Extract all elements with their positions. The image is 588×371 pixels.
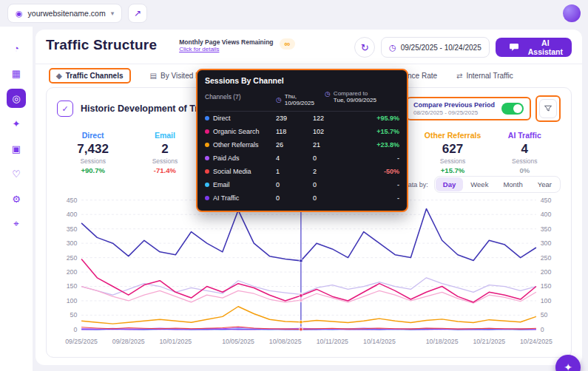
tooltip-channels-label: Channels (7) <box>205 90 276 101</box>
channel-label: AI Traffic <box>205 194 276 202</box>
svg-text:10/08/2025: 10/08/2025 <box>269 338 302 345</box>
sidebar-item-dashboard[interactable]: ◔ <box>7 38 26 58</box>
chevron-down-icon: ▾ <box>111 10 115 17</box>
stat-direct[interactable]: Direct7,432Sessions+90.7% <box>57 131 129 174</box>
refresh-button[interactable]: ↻ <box>354 37 375 58</box>
tooltip-current-date: ◷ Thu, 10/09/2025 <box>276 90 325 106</box>
page-header: Traffic Structure Monthly Page Views Rem… <box>46 35 572 58</box>
stat-delta: +15.7% <box>416 166 488 174</box>
period-day[interactable]: Day <box>436 177 463 191</box>
channel-label: Social Media <box>205 168 276 175</box>
stat-unit: Sessions <box>57 157 129 165</box>
views-details-link[interactable]: Click for details <box>179 46 273 52</box>
svg-text:200: 200 <box>541 268 552 276</box>
value-current: 118 <box>276 128 313 135</box>
stat-label: AI Traffic <box>489 131 561 140</box>
avatar[interactable] <box>563 4 581 22</box>
website-selector[interactable]: ◉ yourwebsitename.com ▾ <box>7 4 122 23</box>
ai-assistant-label: AI Assistant <box>528 38 563 56</box>
open-site-button[interactable]: ↗ <box>128 4 147 23</box>
value-delta: - <box>357 181 399 188</box>
tab-traffic-channels[interactable]: ◈Traffic Channels <box>49 68 131 84</box>
clock-icon: ◷ <box>389 43 396 52</box>
period-week[interactable]: Week <box>463 177 496 191</box>
tooltip-title: Sessions By Channel <box>205 76 399 85</box>
chart-canvas[interactable]: 0050501001001501502002002502503003003503… <box>57 194 561 350</box>
period-year[interactable]: Year <box>530 177 559 191</box>
channel-label: Other Referrals <box>205 141 276 149</box>
compare-previous-label: Compare Previous Period <box>413 101 495 109</box>
refresh-icon: ↻ <box>361 42 369 53</box>
channel-dot-icon <box>205 183 209 187</box>
tooltip-row-paid-ads: Paid Ads40- <box>205 152 399 165</box>
stat-delta: 0% <box>489 166 561 174</box>
svg-text:0: 0 <box>541 326 544 333</box>
value-previous: 0 <box>313 194 357 202</box>
stat-label: Direct <box>57 131 129 140</box>
card-title-icon: ✓ <box>57 101 73 117</box>
stat-unit: Sessions <box>129 157 200 165</box>
value-current: 0 <box>276 194 313 202</box>
svg-text:450: 450 <box>541 197 552 204</box>
funnel-icon <box>540 104 556 113</box>
widget-icon: ▣ <box>12 143 21 154</box>
compare-toggle[interactable] <box>501 103 524 115</box>
channel-dot-icon <box>205 196 209 200</box>
period-month[interactable]: Month <box>496 177 530 191</box>
svg-text:150: 150 <box>67 282 78 290</box>
sidebar-item-privacy[interactable]: ♡ <box>7 164 26 183</box>
sidebar-item-feedback[interactable]: ▣ <box>7 139 26 158</box>
internal-traffic-icon: ⇄ <box>456 72 462 80</box>
svg-text:300: 300 <box>541 239 552 247</box>
annotation-sessions-tooltip: Sessions By Channel Channels (7) ◷ Thu, … <box>196 69 408 212</box>
sidebar: ◔▦◎✦▣♡⚙⌖ <box>0 27 33 371</box>
tooltip-row-email: Email00- <box>205 178 399 191</box>
external-link-icon: ↗ <box>134 8 141 18</box>
filter-button[interactable] <box>539 99 557 118</box>
tooltip-rows: Direct239122+95.9%Organic Search118102+1… <box>205 112 399 205</box>
date-range-picker[interactable]: ◷ 09/25/2025 - 10/24/2025 <box>381 37 490 58</box>
sidebar-item-behavior[interactable]: ✦ <box>7 114 26 133</box>
ai-assistant-button[interactable]: AI Assistant <box>496 38 572 57</box>
tab-label: Traffic Channels <box>66 72 124 80</box>
clock-icon: ◷ <box>325 90 331 103</box>
annotation-filter-button <box>535 95 561 122</box>
tab-internal-traffic[interactable]: ⇄Internal Traffic <box>456 72 513 80</box>
stat-value: 4 <box>489 142 561 157</box>
period-toggle: DayWeekMonthYear <box>434 176 561 193</box>
stat-unit: Sessions <box>489 157 561 165</box>
svg-text:10/21/2025: 10/21/2025 <box>473 338 505 345</box>
tooltip-row-direct: Direct239122+95.9% <box>205 112 399 125</box>
svg-text:200: 200 <box>67 268 78 276</box>
clock-icon: ◷ <box>276 96 282 103</box>
svg-text:350: 350 <box>67 225 78 233</box>
sidebar-item-location[interactable]: ⌖ <box>7 214 26 234</box>
value-delta: +23.8% <box>357 141 399 149</box>
tooltip-row-ai-traffic: AI Traffic00- <box>205 191 399 205</box>
visited-pages-icon: ▤ <box>150 72 157 80</box>
stat-label: Email <box>129 131 200 140</box>
channel-dot-icon <box>205 116 209 120</box>
svg-text:50: 50 <box>70 311 78 319</box>
svg-text:10/05/2025: 10/05/2025 <box>222 338 254 345</box>
gear-icon: ⚙ <box>12 194 21 205</box>
channel-label: Paid Ads <box>205 154 276 162</box>
sidebar-item-traffic[interactable]: ◎ <box>7 89 26 108</box>
stat-ai-traffic[interactable]: AI Traffic4Sessions0% <box>489 131 561 174</box>
svg-text:10/11/2025: 10/11/2025 <box>317 338 348 345</box>
sidebar-item-settings[interactable]: ⚙ <box>7 189 26 208</box>
svg-text:250: 250 <box>67 254 78 262</box>
value-previous: 2 <box>313 168 357 175</box>
value-previous: 0 <box>313 154 357 162</box>
svg-text:450: 450 <box>67 197 78 204</box>
modules-icon: ▦ <box>12 68 21 79</box>
stat-value: 7,432 <box>57 142 129 157</box>
website-name: yourwebsitename.com <box>28 9 106 18</box>
svg-text:100: 100 <box>67 297 78 304</box>
stat-email[interactable]: Email2Sessions-71.4% <box>129 131 200 174</box>
sidebar-item-modules[interactable]: ▦ <box>7 64 26 83</box>
svg-text:50: 50 <box>541 311 548 319</box>
header-controls: ↻ ◷ 09/25/2025 - 10/24/2025 AI Assistant <box>354 37 572 58</box>
stat-other-referrals[interactable]: Other Referrals627Sessions+15.7% <box>416 131 488 174</box>
svg-text:150: 150 <box>541 282 552 290</box>
